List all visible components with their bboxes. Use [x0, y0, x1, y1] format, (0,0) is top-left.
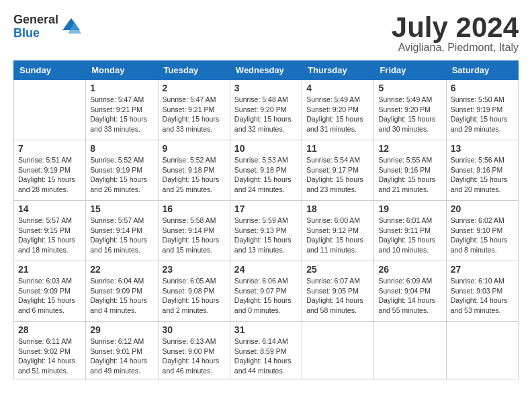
day-number: 8	[90, 143, 153, 154]
day-info: Sunrise: 5:53 AM Sunset: 9:18 PM Dayligh…	[234, 155, 298, 195]
day-number: 22	[90, 264, 153, 275]
calendar-week-2: 7Sunrise: 5:51 AM Sunset: 9:19 PM Daylig…	[14, 140, 519, 201]
day-number: 14	[18, 203, 81, 214]
calendar-cell: 12Sunrise: 5:55 AM Sunset: 9:16 PM Dayli…	[374, 140, 446, 201]
logo-icon	[61, 17, 81, 37]
day-info: Sunrise: 5:56 AM Sunset: 9:16 PM Dayligh…	[451, 155, 514, 195]
calendar-cell: 30Sunrise: 6:13 AM Sunset: 9:00 PM Dayli…	[158, 322, 230, 379]
day-number: 9	[163, 143, 226, 154]
calendar-cell: 27Sunrise: 6:10 AM Sunset: 9:03 PM Dayli…	[446, 261, 518, 322]
day-number: 10	[234, 143, 298, 154]
calendar-cell: 10Sunrise: 5:53 AM Sunset: 9:18 PM Dayli…	[230, 140, 302, 201]
day-info: Sunrise: 6:12 AM Sunset: 9:01 PM Dayligh…	[90, 336, 153, 376]
day-number: 21	[18, 264, 81, 275]
day-info: Sunrise: 5:47 AM Sunset: 9:21 PM Dayligh…	[90, 95, 153, 134]
header-monday: Monday	[86, 61, 158, 80]
header-saturday: Saturday	[446, 61, 518, 80]
day-number: 23	[163, 264, 226, 275]
day-number: 13	[451, 143, 514, 154]
day-number: 27	[451, 264, 514, 275]
logo: General Blue	[13, 13, 81, 40]
calendar-cell: 26Sunrise: 6:09 AM Sunset: 9:04 PM Dayli…	[374, 261, 446, 322]
title-block: July 2024 Avigliana, Piedmont, Italy	[392, 13, 519, 54]
calendar-cell: 2Sunrise: 5:47 AM Sunset: 9:21 PM Daylig…	[158, 80, 230, 140]
calendar-cell: 31Sunrise: 6:14 AM Sunset: 8:59 PM Dayli…	[230, 322, 302, 379]
location: Avigliana, Piedmont, Italy	[392, 42, 519, 54]
day-info: Sunrise: 6:14 AM Sunset: 8:59 PM Dayligh…	[234, 336, 298, 376]
day-number: 1	[90, 83, 153, 93]
day-number: 5	[378, 83, 441, 93]
day-info: Sunrise: 5:51 AM Sunset: 9:19 PM Dayligh…	[18, 155, 81, 195]
day-number: 29	[90, 324, 153, 335]
calendar-cell: 18Sunrise: 6:00 AM Sunset: 9:12 PM Dayli…	[302, 201, 374, 261]
calendar-cell: 8Sunrise: 5:52 AM Sunset: 9:19 PM Daylig…	[86, 140, 158, 201]
calendar-cell	[446, 322, 518, 379]
day-number: 25	[306, 264, 369, 275]
day-number: 26	[378, 264, 441, 275]
calendar-cell: 11Sunrise: 5:54 AM Sunset: 9:17 PM Dayli…	[302, 140, 374, 201]
calendar-table: SundayMondayTuesdayWednesdayThursdayFrid…	[13, 60, 519, 379]
day-info: Sunrise: 5:55 AM Sunset: 9:16 PM Dayligh…	[378, 155, 441, 195]
calendar-cell	[302, 322, 374, 379]
calendar-cell: 29Sunrise: 6:12 AM Sunset: 9:01 PM Dayli…	[86, 322, 158, 379]
header-sunday: Sunday	[14, 61, 86, 80]
calendar-week-5: 28Sunrise: 6:11 AM Sunset: 9:02 PM Dayli…	[14, 322, 519, 379]
day-number: 16	[163, 203, 226, 214]
day-number: 15	[90, 203, 153, 214]
day-number: 28	[18, 324, 81, 335]
day-info: Sunrise: 6:11 AM Sunset: 9:02 PM Dayligh…	[18, 336, 81, 376]
day-info: Sunrise: 5:57 AM Sunset: 9:14 PM Dayligh…	[90, 216, 153, 255]
calendar-cell: 20Sunrise: 6:02 AM Sunset: 9:10 PM Dayli…	[446, 201, 518, 261]
header-thursday: Thursday	[302, 61, 374, 80]
day-info: Sunrise: 6:04 AM Sunset: 9:09 PM Dayligh…	[90, 276, 153, 316]
day-number: 20	[451, 203, 514, 214]
day-info: Sunrise: 5:49 AM Sunset: 9:20 PM Dayligh…	[306, 95, 369, 134]
day-number: 30	[163, 324, 226, 335]
day-info: Sunrise: 6:03 AM Sunset: 9:09 PM Dayligh…	[18, 276, 81, 316]
day-number: 24	[234, 264, 298, 275]
calendar-cell: 7Sunrise: 5:51 AM Sunset: 9:19 PM Daylig…	[14, 140, 86, 201]
logo-blue: Blue	[13, 27, 58, 40]
day-info: Sunrise: 5:52 AM Sunset: 9:19 PM Dayligh…	[90, 155, 153, 195]
calendar-cell: 25Sunrise: 6:07 AM Sunset: 9:05 PM Dayli…	[302, 261, 374, 322]
day-info: Sunrise: 5:54 AM Sunset: 9:17 PM Dayligh…	[306, 155, 369, 195]
day-info: Sunrise: 5:47 AM Sunset: 9:21 PM Dayligh…	[163, 95, 226, 134]
day-info: Sunrise: 5:58 AM Sunset: 9:14 PM Dayligh…	[163, 216, 226, 255]
calendar-cell: 17Sunrise: 5:59 AM Sunset: 9:13 PM Dayli…	[230, 201, 302, 261]
day-info: Sunrise: 5:50 AM Sunset: 9:19 PM Dayligh…	[451, 95, 514, 134]
day-number: 17	[234, 203, 298, 214]
calendar-cell: 6Sunrise: 5:50 AM Sunset: 9:19 PM Daylig…	[446, 80, 518, 140]
day-info: Sunrise: 5:49 AM Sunset: 9:20 PM Dayligh…	[378, 95, 441, 134]
day-info: Sunrise: 6:01 AM Sunset: 9:11 PM Dayligh…	[378, 216, 441, 255]
calendar-week-3: 14Sunrise: 5:57 AM Sunset: 9:15 PM Dayli…	[14, 201, 519, 261]
calendar-cell: 1Sunrise: 5:47 AM Sunset: 9:21 PM Daylig…	[86, 80, 158, 140]
day-number: 11	[306, 143, 369, 154]
calendar-cell: 21Sunrise: 6:03 AM Sunset: 9:09 PM Dayli…	[14, 261, 86, 322]
calendar-cell: 22Sunrise: 6:04 AM Sunset: 9:09 PM Dayli…	[86, 261, 158, 322]
calendar-week-4: 21Sunrise: 6:03 AM Sunset: 9:09 PM Dayli…	[14, 261, 519, 322]
calendar-cell: 28Sunrise: 6:11 AM Sunset: 9:02 PM Dayli…	[14, 322, 86, 379]
day-number: 2	[163, 83, 226, 93]
day-info: Sunrise: 6:13 AM Sunset: 9:00 PM Dayligh…	[163, 336, 226, 376]
calendar-cell: 23Sunrise: 6:05 AM Sunset: 9:08 PM Dayli…	[158, 261, 230, 322]
day-info: Sunrise: 6:07 AM Sunset: 9:05 PM Dayligh…	[306, 276, 369, 316]
day-info: Sunrise: 6:06 AM Sunset: 9:07 PM Dayligh…	[234, 276, 298, 316]
day-info: Sunrise: 6:05 AM Sunset: 9:08 PM Dayligh…	[163, 276, 226, 316]
calendar-header-row: SundayMondayTuesdayWednesdayThursdayFrid…	[14, 61, 519, 80]
header-wednesday: Wednesday	[230, 61, 302, 80]
header-friday: Friday	[374, 61, 446, 80]
calendar-cell: 15Sunrise: 5:57 AM Sunset: 9:14 PM Dayli…	[86, 201, 158, 261]
day-info: Sunrise: 5:52 AM Sunset: 9:18 PM Dayligh…	[163, 155, 226, 195]
month-title: July 2024	[392, 13, 519, 42]
calendar-cell: 9Sunrise: 5:52 AM Sunset: 9:18 PM Daylig…	[158, 140, 230, 201]
day-number: 3	[234, 83, 298, 93]
day-info: Sunrise: 6:02 AM Sunset: 9:10 PM Dayligh…	[451, 216, 514, 255]
calendar-cell: 24Sunrise: 6:06 AM Sunset: 9:07 PM Dayli…	[230, 261, 302, 322]
day-info: Sunrise: 6:00 AM Sunset: 9:12 PM Dayligh…	[306, 216, 369, 255]
calendar-cell: 5Sunrise: 5:49 AM Sunset: 9:20 PM Daylig…	[374, 80, 446, 140]
calendar-cell	[374, 322, 446, 379]
day-number: 4	[306, 83, 369, 93]
calendar-cell: 3Sunrise: 5:48 AM Sunset: 9:20 PM Daylig…	[230, 80, 302, 140]
day-info: Sunrise: 6:09 AM Sunset: 9:04 PM Dayligh…	[378, 276, 441, 316]
header-tuesday: Tuesday	[158, 61, 230, 80]
